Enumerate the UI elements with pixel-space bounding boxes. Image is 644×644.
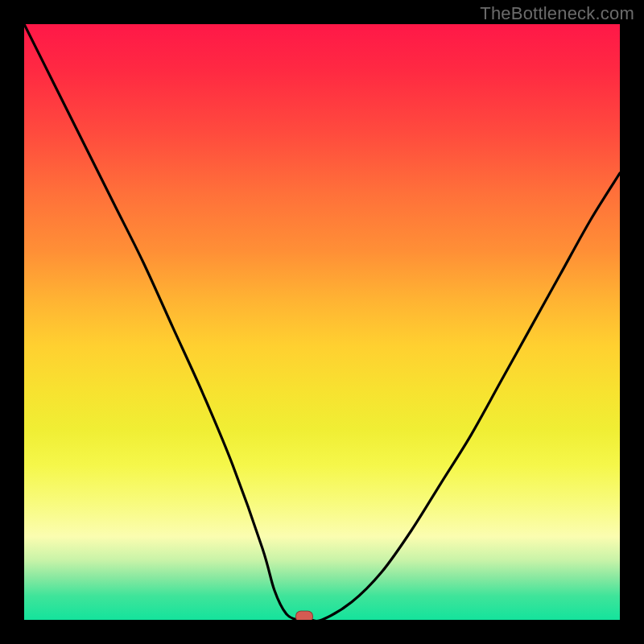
bottleneck-curve [24, 24, 620, 620]
bottleneck-curve-path [24, 24, 620, 620]
bottleneck-marker [295, 611, 313, 620]
plot-area [24, 24, 620, 620]
chart-frame: TheBottleneck.com [0, 0, 644, 644]
watermark-text: TheBottleneck.com [480, 3, 634, 24]
